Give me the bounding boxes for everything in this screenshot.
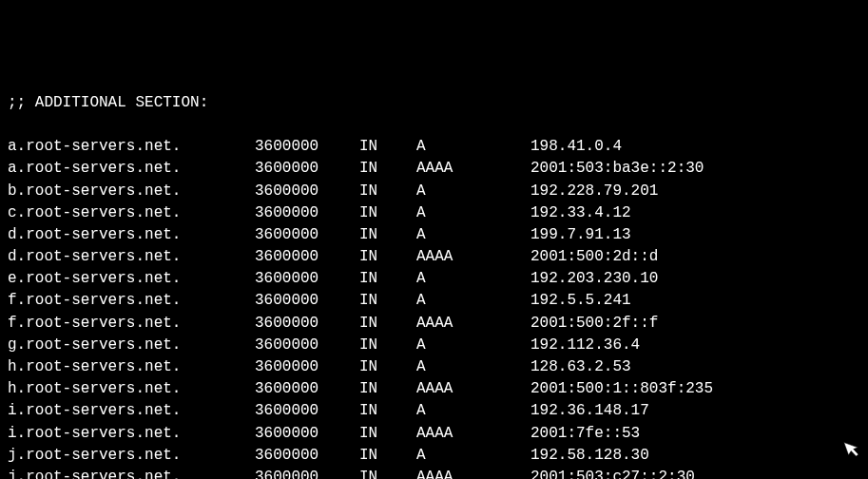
record-name: h.root-servers.net. <box>8 378 255 400</box>
record-ttl: 3600000 <box>255 445 359 467</box>
record-ttl: 3600000 <box>255 246 359 268</box>
record-name: e.root-servers.net. <box>8 268 255 290</box>
record-type: A <box>416 335 530 356</box>
record-data: 192.203.230.10 <box>530 268 658 290</box>
record-ttl: 3600000 <box>255 268 359 290</box>
record-data: 192.228.79.201 <box>530 181 658 202</box>
record-type: AAAA <box>416 246 530 268</box>
section-header: ;; ADDITIONAL SECTION: <box>8 92 860 114</box>
record-class: IN <box>359 246 416 268</box>
record-data: 192.36.148.17 <box>530 400 649 422</box>
record-class: IN <box>359 356 416 378</box>
record-type: AAAA <box>416 378 530 400</box>
record-data: 2001:500:2d::d <box>530 246 658 268</box>
record-class: IN <box>359 181 416 202</box>
dns-record-row: h.root-servers.net.3600000INA128.63.2.53 <box>8 356 860 378</box>
record-class: IN <box>359 378 416 400</box>
dns-record-row: h.root-servers.net.3600000INAAAA2001:500… <box>8 378 860 400</box>
record-name: a.root-servers.net. <box>8 136 255 158</box>
record-ttl: 3600000 <box>255 224 359 246</box>
record-class: IN <box>359 290 416 312</box>
dns-record-row: f.root-servers.net.3600000INA192.5.5.241 <box>8 290 860 312</box>
dns-record-row: a.root-servers.net.3600000INA198.41.0.4 <box>8 136 860 158</box>
record-class: IN <box>359 224 416 246</box>
dns-record-row: d.root-servers.net.3600000INAAAA2001:500… <box>8 246 860 268</box>
record-name: i.root-servers.net. <box>8 423 255 445</box>
record-type: A <box>416 268 530 290</box>
record-class: IN <box>359 268 416 290</box>
dns-record-row: f.root-servers.net.3600000INAAAA2001:500… <box>8 313 860 335</box>
dns-record-row: i.root-servers.net.3600000INA192.36.148.… <box>8 400 860 422</box>
record-data: 198.41.0.4 <box>530 136 622 158</box>
dns-record-row: b.root-servers.net.3600000INA192.228.79.… <box>8 181 860 202</box>
record-type: AAAA <box>416 158 530 180</box>
record-ttl: 3600000 <box>255 313 359 335</box>
record-ttl: 3600000 <box>255 423 359 445</box>
dns-record-row: c.root-servers.net.3600000INA192.33.4.12 <box>8 202 860 224</box>
record-ttl: 3600000 <box>255 400 359 422</box>
record-type: AAAA <box>416 467 530 479</box>
record-class: IN <box>359 335 416 356</box>
record-data: 192.58.128.30 <box>530 445 649 467</box>
record-class: IN <box>359 445 416 467</box>
record-data: 128.63.2.53 <box>530 356 631 378</box>
record-data: 2001:503:c27::2:30 <box>530 467 695 479</box>
record-type: A <box>416 400 530 422</box>
dns-record-row: e.root-servers.net.3600000INA192.203.230… <box>8 268 860 290</box>
record-class: IN <box>359 400 416 422</box>
record-class: IN <box>359 423 416 445</box>
record-ttl: 3600000 <box>255 181 359 202</box>
record-type: A <box>416 290 530 312</box>
record-name: g.root-servers.net. <box>8 335 255 356</box>
record-name: b.root-servers.net. <box>8 181 255 202</box>
record-ttl: 3600000 <box>255 136 359 158</box>
record-ttl: 3600000 <box>255 290 359 312</box>
record-data: 2001:500:2f::f <box>530 313 658 335</box>
record-class: IN <box>359 313 416 335</box>
record-class: IN <box>359 136 416 158</box>
record-ttl: 3600000 <box>255 158 359 180</box>
record-ttl: 3600000 <box>255 202 359 224</box>
dns-record-row: d.root-servers.net.3600000INA199.7.91.13 <box>8 224 860 246</box>
record-name: d.root-servers.net. <box>8 246 255 268</box>
dns-record-row: j.root-servers.net.3600000INAAAA2001:503… <box>8 467 860 479</box>
record-type: AAAA <box>416 313 530 335</box>
dns-record-row: g.root-servers.net.3600000INA192.112.36.… <box>8 335 860 356</box>
record-class: IN <box>359 202 416 224</box>
record-name: h.root-servers.net. <box>8 356 255 378</box>
record-type: A <box>416 224 530 246</box>
record-data: 199.7.91.13 <box>530 224 631 246</box>
record-type: A <box>416 445 530 467</box>
dns-record-row: a.root-servers.net.3600000INAAAA2001:503… <box>8 158 860 180</box>
record-data: 192.33.4.12 <box>530 202 631 224</box>
record-ttl: 3600000 <box>255 467 359 479</box>
record-type: A <box>416 202 530 224</box>
record-name: c.root-servers.net. <box>8 202 255 224</box>
record-data: 192.112.36.4 <box>530 335 640 356</box>
records-list: a.root-servers.net.3600000INA198.41.0.4a… <box>8 136 860 479</box>
record-name: j.root-servers.net. <box>8 445 255 467</box>
record-ttl: 3600000 <box>255 356 359 378</box>
record-type: A <box>416 181 530 202</box>
dns-record-row: i.root-servers.net.3600000INAAAA2001:7fe… <box>8 423 860 445</box>
record-class: IN <box>359 467 416 479</box>
record-data: 2001:503:ba3e::2:30 <box>530 158 704 180</box>
record-data: 2001:500:1::803f:235 <box>530 378 713 400</box>
record-type: A <box>416 356 530 378</box>
record-class: IN <box>359 158 416 180</box>
dns-record-row: j.root-servers.net.3600000INA192.58.128.… <box>8 445 860 467</box>
record-ttl: 3600000 <box>255 335 359 356</box>
record-name: f.root-servers.net. <box>8 290 255 312</box>
record-name: a.root-servers.net. <box>8 158 255 180</box>
record-ttl: 3600000 <box>255 378 359 400</box>
record-data: 2001:7fe::53 <box>530 423 640 445</box>
record-name: d.root-servers.net. <box>8 224 255 246</box>
record-type: AAAA <box>416 423 530 445</box>
record-data: 192.5.5.241 <box>530 290 631 312</box>
record-name: f.root-servers.net. <box>8 313 255 335</box>
record-name: i.root-servers.net. <box>8 400 255 422</box>
record-type: A <box>416 136 530 158</box>
record-name: j.root-servers.net. <box>8 467 255 479</box>
